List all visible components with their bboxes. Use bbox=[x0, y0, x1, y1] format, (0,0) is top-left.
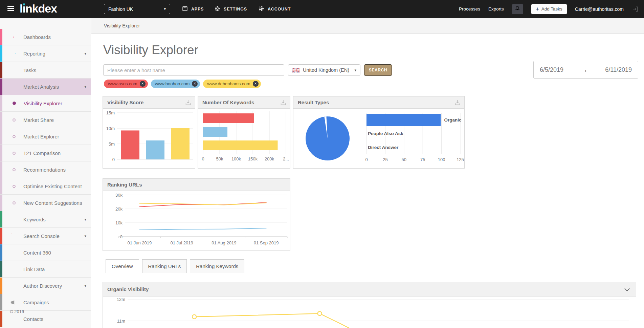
sidebar-item-market-share[interactable]: Market Share bbox=[0, 112, 91, 128]
host-tag-www-debenhams-com: www.debenhams.com× bbox=[203, 80, 261, 88]
svg-text:100: 100 bbox=[438, 157, 445, 162]
sidebar-item-search-console[interactable]: Search Console▾ bbox=[0, 228, 91, 244]
panel-title: Organic Visibility bbox=[103, 282, 149, 297]
sidebar-item-market-analysis[interactable]: Market Analysis▾ bbox=[0, 79, 91, 95]
host-name-input[interactable] bbox=[103, 64, 284, 76]
svg-text:50: 50 bbox=[402, 157, 406, 162]
notifications-button[interactable] bbox=[512, 4, 523, 14]
project-selector[interactable]: Fashion UK ▾ bbox=[104, 4, 170, 14]
sidebar-item-author-discovery[interactable]: Author Discovery▾ bbox=[0, 278, 91, 294]
sidebar-item-reporting[interactable]: Reporting▾ bbox=[0, 45, 91, 62]
download-icon[interactable] bbox=[454, 99, 461, 106]
sidebar-item-label: Link Data bbox=[23, 266, 45, 272]
sidebar-item-content-360[interactable]: Content 360 bbox=[0, 244, 91, 261]
sidebar-item-label: Optimise Existing Content bbox=[23, 183, 82, 189]
host-tag-label: www.boohoo.com bbox=[155, 81, 190, 86]
remove-tag-icon[interactable]: × bbox=[253, 81, 259, 87]
svg-text:2...: 2... bbox=[283, 156, 289, 161]
svg-text:10k: 10k bbox=[115, 220, 123, 225]
chevron-down-icon: ▾ bbox=[84, 217, 86, 222]
sidebar-item-label: Campaigns bbox=[23, 300, 49, 305]
panel-header: Visibility Score bbox=[103, 96, 195, 109]
sidebar-item-color-strip bbox=[0, 45, 2, 62]
apps-icon bbox=[182, 5, 188, 13]
sidebar-item-color-strip bbox=[0, 178, 2, 194]
sidebar-item-color-strip bbox=[0, 311, 2, 327]
sidebar-item-label: 121 Comparison bbox=[23, 150, 61, 156]
clipboard-icon bbox=[9, 66, 18, 74]
panel-header: Ranking URLs bbox=[103, 179, 290, 191]
panel-title: Result Types bbox=[293, 96, 329, 109]
bullet-icon bbox=[13, 152, 16, 155]
exports-link[interactable]: Exports bbox=[488, 6, 504, 12]
svg-text:0: 0 bbox=[365, 157, 368, 162]
megaphone-icon bbox=[9, 298, 18, 306]
user-email[interactable]: Carrie@authoritas.com bbox=[575, 6, 624, 12]
svg-text:150k: 150k bbox=[248, 156, 258, 161]
chevron-down-icon: ▾ bbox=[84, 284, 86, 288]
sidebar-item-keywords[interactable]: Keywords▾ bbox=[0, 211, 91, 228]
logout-icon[interactable] bbox=[632, 6, 639, 13]
bell-icon bbox=[515, 6, 520, 12]
sidebar-item-recommendations[interactable]: Recommendations bbox=[0, 161, 91, 178]
sliders-icon bbox=[258, 5, 265, 13]
sidebar-item-label: Visibility Explorer bbox=[24, 101, 62, 106]
svg-text:15m: 15m bbox=[106, 110, 115, 115]
gear-icon bbox=[214, 5, 221, 13]
result-types-panel: Result Types 0255075100125OrganicPeople … bbox=[293, 96, 465, 169]
tab-overview[interactable]: Overview bbox=[106, 259, 139, 273]
sidebar-item-dashboards[interactable]: Dashboards bbox=[0, 29, 91, 45]
tab-ranking-urls[interactable]: Ranking URLs bbox=[142, 259, 187, 273]
hamburger-menu-icon[interactable] bbox=[7, 6, 14, 12]
svg-text:20k: 20k bbox=[115, 206, 123, 212]
sidebar-item-link-data[interactable]: Link Data bbox=[0, 261, 91, 278]
remove-tag-icon[interactable]: × bbox=[140, 81, 146, 87]
sidebar-item-market-explorer[interactable]: Market Explorer bbox=[0, 128, 91, 145]
svg-text:30k: 30k bbox=[115, 193, 123, 198]
nav-settings[interactable]: SETTINGS bbox=[214, 0, 247, 18]
remove-tag-icon[interactable]: × bbox=[192, 81, 198, 87]
panel-title: Number Of Keywords bbox=[198, 96, 254, 109]
visibility-score-panel: Visibility Score 05m10m15m bbox=[103, 96, 195, 169]
sidebar-item-tasks[interactable]: Tasks bbox=[0, 62, 91, 79]
result-types-chart: 0255075100125OrganicPeople Also AskDirec… bbox=[293, 109, 464, 168]
sidebar-item-label: Recommendations bbox=[23, 167, 66, 173]
sidebar-item-color-strip bbox=[0, 278, 2, 294]
host-tag-www-asos-com: www.asos.com× bbox=[104, 80, 148, 88]
svg-text:75: 75 bbox=[420, 157, 425, 162]
sidebar-item-label: Tasks bbox=[23, 67, 36, 73]
sidebar: DashboardsReporting▾TasksMarket Analysis… bbox=[0, 18, 91, 328]
sidebar-item-color-strip bbox=[0, 79, 2, 95]
region-selector[interactable]: United Kingdom (EN) ▾ bbox=[288, 64, 360, 76]
processes-link[interactable]: Processes bbox=[459, 6, 480, 12]
search-button[interactable]: SEARCH bbox=[364, 64, 392, 76]
sidebar-item-color-strip bbox=[0, 95, 2, 111]
bullet-icon bbox=[13, 118, 16, 122]
gauge-icon bbox=[9, 33, 18, 41]
arrow-right-icon: → bbox=[581, 66, 588, 74]
chevron-down-icon: ▾ bbox=[84, 234, 86, 238]
svg-text:01 Aug 2019: 01 Aug 2019 bbox=[212, 240, 236, 245]
collapse-chevron-icon[interactable] bbox=[624, 287, 630, 291]
panel-header: Number Of Keywords bbox=[198, 96, 290, 109]
sidebar-item-visibility-explorer[interactable]: Visibility Explorer bbox=[0, 95, 91, 112]
nav-account[interactable]: ACCOUNT bbox=[258, 0, 291, 18]
date-range-picker[interactable]: 6/5/2019 → 6/11/2019 bbox=[533, 61, 638, 79]
add-tasks-button[interactable]: + Add Tasks bbox=[531, 4, 567, 14]
sidebar-item-optimise-existing-content[interactable]: Optimise Existing Content bbox=[0, 178, 91, 195]
sidebar-item-new-content-suggestions[interactable]: New Content Suggestions bbox=[0, 195, 91, 211]
topbar: lınkdex Fashion UK ▾ APPS SETTINGS ACCOU… bbox=[0, 0, 644, 18]
svg-text:Organic: Organic bbox=[444, 117, 462, 123]
ranking-urls-chart: 010k20k30k01 Jun 201901 Jul 201901 Aug 2… bbox=[103, 191, 290, 250]
sidebar-item-121-comparison[interactable]: 121 Comparison bbox=[0, 145, 91, 161]
key-icon bbox=[9, 215, 18, 223]
nav-apps[interactable]: APPS bbox=[182, 0, 204, 18]
organic-visibility-panel: Organic Visibility 12m11m bbox=[103, 282, 636, 328]
sidebar-item-campaigns[interactable]: Campaigns bbox=[0, 294, 91, 311]
tab-ranking-keywords[interactable]: Ranking Keywords bbox=[190, 259, 244, 273]
link-icon bbox=[9, 265, 18, 273]
host-tag-label: www.debenhams.com bbox=[207, 81, 250, 86]
svg-text:25: 25 bbox=[383, 157, 387, 162]
download-icon[interactable] bbox=[280, 99, 287, 106]
download-icon[interactable] bbox=[185, 99, 192, 106]
